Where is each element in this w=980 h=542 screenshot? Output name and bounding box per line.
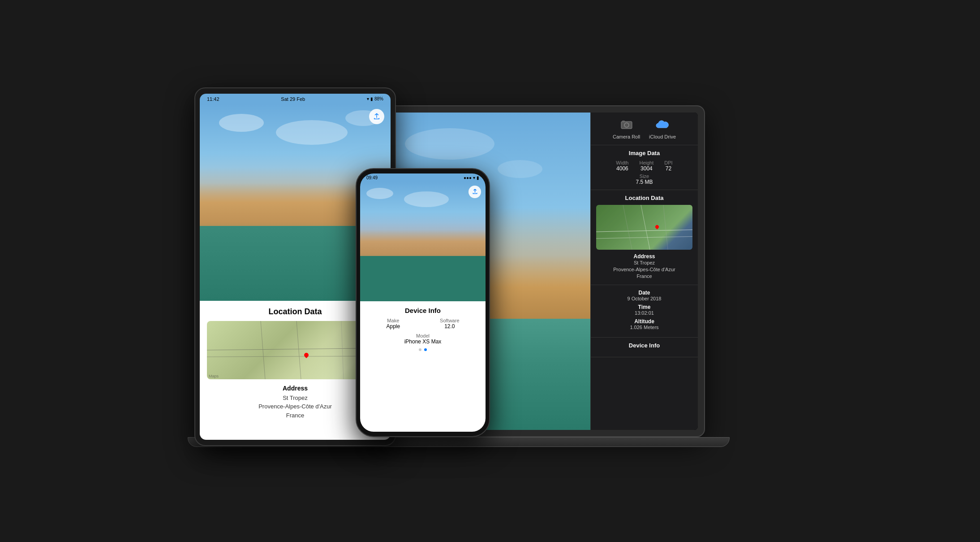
- dot-2: [424, 348, 427, 351]
- battery-pct: 88%: [374, 96, 383, 101]
- location-data-section: Location Data: [591, 190, 698, 285]
- altitude-kv: Altitude 1.026 Meters: [596, 318, 692, 330]
- scene: Camera Roll iCloud Drive: [176, 87, 804, 455]
- size-row: Size 7.5 MB: [596, 173, 692, 185]
- iphone-make-software-row: Make Apple Software 12.0: [366, 318, 479, 330]
- time-value: 13:02:01: [596, 310, 692, 316]
- image-data-title: Image Data: [596, 150, 692, 156]
- panel-scroll-area[interactable]: Image Data Width 4006 Height 3004: [591, 145, 698, 430]
- svg-line-7: [663, 205, 668, 250]
- device-info-section: Device Info: [591, 338, 698, 357]
- date-kv: Date 9 October 2018: [596, 290, 692, 301]
- iphone-status-bar: 09:49 ●●● ▾ ▮: [360, 173, 486, 182]
- altitude-value: 1.026 Meters: [596, 325, 692, 330]
- dot-1: [419, 348, 421, 351]
- dpi-value: 72: [664, 165, 672, 172]
- svg-line-12: [341, 321, 344, 379]
- image-data-section: Image Data Width 4006 Height 3004: [591, 145, 698, 190]
- icloud-drive-icon: [655, 118, 670, 132]
- size-label: Size: [596, 173, 692, 179]
- iphone-device-info-title: Device Info: [366, 307, 479, 314]
- altitude-label: Altitude: [596, 318, 692, 325]
- iphone-device: 09:49 ●●● ▾ ▮: [356, 168, 490, 446]
- iphone-screen: 09:49 ●●● ▾ ▮: [360, 173, 486, 432]
- panel-nav: Camera Roll iCloud Drive: [591, 113, 698, 145]
- height-label: Height: [639, 160, 653, 165]
- iphone-software-label: Software: [440, 318, 459, 323]
- location-data-title: Location Data: [596, 195, 692, 201]
- mini-map: [596, 205, 692, 250]
- width-value: 4006: [616, 165, 628, 172]
- iphone-model-row: Model iPhone XS Max: [366, 333, 479, 345]
- image-dimensions-row: Width 4006 Height 3004 DPI 72: [596, 160, 692, 172]
- iphone-model-label: Model: [366, 333, 479, 338]
- date-value: 9 October 2018: [596, 296, 692, 301]
- iphone-time: 09:49: [366, 175, 378, 180]
- width-col: Width 4006: [616, 160, 628, 172]
- width-label: Width: [616, 160, 628, 165]
- time-kv: Time 13:02:01: [596, 304, 692, 316]
- camera-roll-nav[interactable]: Camera Roll: [613, 118, 640, 139]
- svg-line-5: [641, 205, 650, 250]
- iphone-photo: [360, 182, 486, 302]
- iphone-body: 09:49 ●●● ▾ ▮: [356, 168, 490, 437]
- device-info-title: Device Info: [596, 342, 692, 349]
- panel-address: Address St Tropez Provence-Alpes-Côte d'…: [596, 253, 692, 280]
- right-panel: Camera Roll iCloud Drive: [590, 113, 698, 430]
- icloud-drive-label: iCloud Drive: [649, 134, 676, 139]
- iphone-bottom-panel: Device Info Make Apple Software 12.0 Mod…: [360, 301, 486, 432]
- ipad-status-icons: ▾ ▮ 88%: [367, 96, 383, 101]
- height-col: Height 3004: [639, 160, 653, 172]
- svg-line-4: [596, 236, 692, 238]
- address-label: Address: [596, 253, 692, 260]
- iphone-make-label: Make: [386, 318, 400, 323]
- iphone-status-icons: ●●● ▾ ▮: [464, 175, 479, 180]
- camera-roll-label: Camera Roll: [613, 134, 640, 139]
- ipad-time: 11:42: [207, 96, 219, 102]
- dpi-label: DPI: [664, 160, 672, 165]
- battery-icon: ▮: [370, 96, 373, 101]
- datetime-section: Date 9 October 2018 Time 13:02:01 Altitu…: [591, 285, 698, 338]
- ipad-status-bar: 11:42 Sat 29 Feb ▾ ▮ 88%: [200, 94, 391, 104]
- iphone-model-value: iPhone XS Max: [366, 338, 479, 345]
- svg-line-11: [297, 321, 301, 379]
- ipad-share-button[interactable]: [369, 109, 384, 124]
- iphone-software-col: Software 12.0: [440, 318, 459, 330]
- svg-rect-2: [622, 121, 625, 122]
- iphone-make-value: Apple: [386, 323, 400, 330]
- size-value: 7.5 MB: [596, 179, 692, 185]
- iphone-wifi-icon: ▾: [473, 175, 475, 180]
- iphone-signal-icon: ●●●: [464, 175, 472, 180]
- iphone-software-value: 12.0: [440, 323, 459, 330]
- time-label: Time: [596, 304, 692, 310]
- address-value: St Tropez Provence-Alpes-Côte d'Azur Fra…: [596, 260, 692, 280]
- svg-text:Maps: Maps: [209, 374, 219, 378]
- iphone-make-col: Make Apple: [386, 318, 400, 330]
- date-label: Date: [596, 290, 692, 296]
- iphone-share-button[interactable]: [469, 186, 481, 198]
- height-value: 3004: [639, 165, 653, 172]
- icloud-drive-nav[interactable]: iCloud Drive: [649, 118, 676, 139]
- svg-line-6: [623, 205, 632, 250]
- iphone-battery-icon: ▮: [477, 175, 479, 180]
- svg-line-10: [261, 321, 265, 379]
- ipad-date: Sat 29 Feb: [281, 96, 305, 102]
- camera-roll-icon: [619, 118, 634, 132]
- iphone-page-dots: [366, 348, 479, 351]
- svg-line-3: [596, 230, 692, 232]
- wifi-icon: ▾: [367, 96, 369, 101]
- dpi-col: DPI 72: [664, 160, 672, 172]
